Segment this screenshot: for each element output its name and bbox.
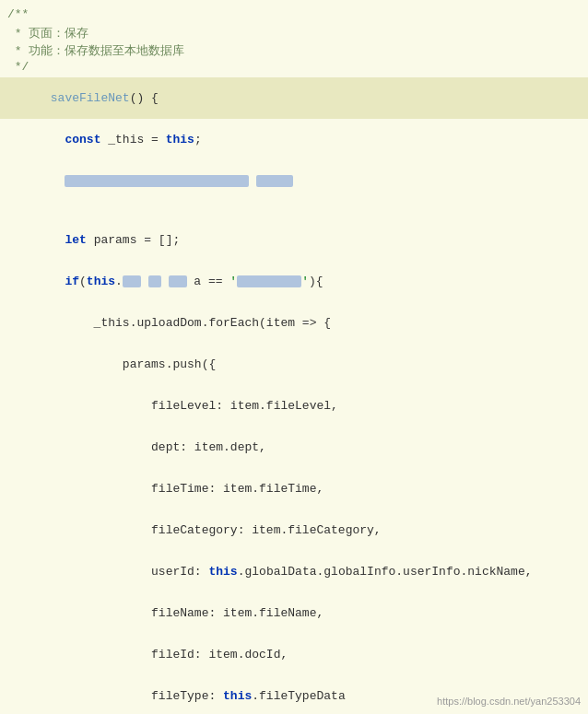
code-line-8 — [0, 202, 588, 219]
code-line-17: userId: this.globalData.globalInfo.userI… — [0, 551, 588, 592]
code-editor: /** * 页面：保存 * 功能：保存数据至本地数据库 */ saveFileN… — [0, 0, 588, 714]
code-line-4: */ — [0, 60, 588, 77]
code-line-1: /** — [0, 7, 588, 25]
code-line-10: if(this. a == ' '){ — [0, 261, 588, 302]
code-line-16: fileCategory: item.fileCategory, — [0, 509, 588, 551]
code-line-19: fileId: item.docId, — [0, 634, 588, 675]
watermark: https://blog.csdn.net/yan253304 — [437, 696, 581, 707]
code-line-3: * 功能：保存数据至本地数据库 — [0, 42, 588, 60]
code-line-11: _this.uploadDom.forEach(item => { — [0, 302, 588, 344]
code-line-13: fileLevel: item.fileLevel, — [0, 385, 588, 427]
code-line-12: params.push({ — [0, 344, 588, 385]
code-line-18: fileName: item.fileName, — [0, 592, 588, 634]
code-line-7 — [0, 160, 588, 202]
code-line-15: fileTime: item.fileTime, — [0, 468, 588, 509]
code-line-14: dept: item.dept, — [0, 427, 588, 468]
code-line-20: fileType: this.fileTypeData — [0, 675, 588, 714]
code-line-2: * 页面：保存 — [0, 25, 588, 42]
code-line-6: const _this = this; — [0, 119, 588, 160]
code-line-5: saveFileNet() { — [0, 77, 588, 119]
code-line-9: let params = []; — [0, 219, 588, 261]
